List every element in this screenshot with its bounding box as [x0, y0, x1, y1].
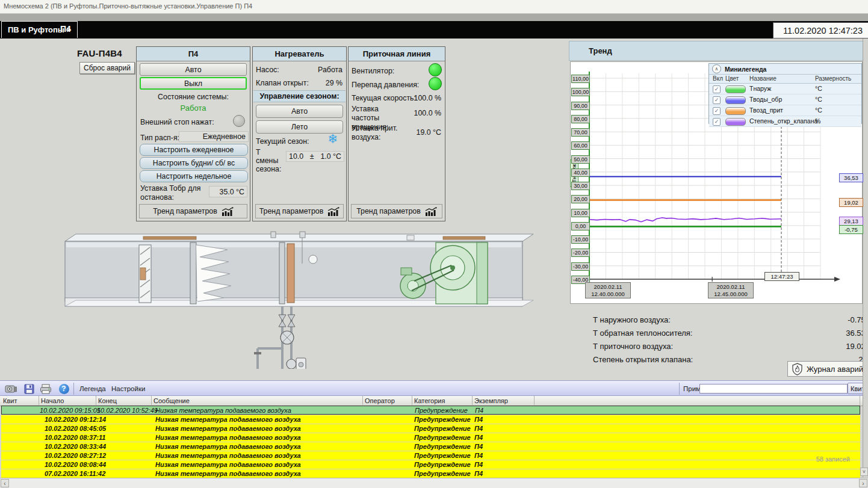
- current-value-box: 29,13: [839, 217, 863, 226]
- journal-row[interactable]: 10.02.2020 08:08:44Низкая температура по…: [1, 460, 860, 469]
- journal-column-header[interactable]: Сообщение: [152, 396, 363, 405]
- season-setpoint-delta: 1.0 °C: [320, 152, 341, 161]
- journal-rows: 10.02.2020 09:15:0510.02.2020 10:52:49Ни…: [0, 406, 868, 478]
- journal-cell: Низкая температура подаваемого воздуха: [155, 434, 301, 441]
- pressure-drop-indicator: [429, 77, 442, 90]
- scroll-down-button[interactable]: ˅: [860, 468, 868, 476]
- journal-header-row: КвитНачалоКонецСообщениеОператорКатегори…: [0, 396, 868, 406]
- y-tick-label: -20,00: [571, 249, 590, 257]
- journal-cell: Предупреждение: [414, 461, 471, 468]
- legend-checkbox[interactable]: ✓: [713, 85, 721, 93]
- journal-cell: Предупреждение: [414, 434, 471, 441]
- journal-column-header[interactable]: Начало: [39, 396, 96, 405]
- trend-section-header: Тренд: [569, 41, 868, 61]
- off-mode-button[interactable]: Выкл: [140, 77, 247, 90]
- reading-label: Т приточного воздуха:: [593, 342, 673, 351]
- legend-row: ✓Тнаруж°C: [709, 84, 861, 94]
- journal-cell: Предупреждение: [414, 416, 471, 423]
- print-icon[interactable]: [39, 383, 53, 395]
- journal-cell: Низкая температура подаваемого воздуха: [155, 425, 301, 432]
- legend-checkbox[interactable]: ✓: [713, 118, 721, 126]
- journal-cell: Предупреждение: [414, 425, 471, 432]
- schedule-type-label: Тип расп-я:: [140, 134, 179, 142]
- series-Степень_откр_клапана: [589, 218, 781, 222]
- journal-row[interactable]: 10.02.2020 09:15:0510.02.2020 10:52:49Ни…: [1, 406, 860, 415]
- journal-cell: П4: [474, 425, 483, 432]
- season-auto-button[interactable]: Авто: [256, 105, 343, 118]
- menu-legend[interactable]: Легенда: [79, 385, 106, 392]
- current-speed-value: 100.0 %: [414, 94, 441, 102]
- journal-cell: П4: [474, 416, 483, 423]
- journal-cell: П4: [474, 461, 483, 468]
- trend-chart[interactable]: Тнаруж ∧ Минилегенда ВклЦветНазваниеРазм…: [570, 61, 863, 304]
- journal-toolbar: ? Легенда Настройки Прим. Квитировать: [0, 380, 868, 396]
- alarm-journal-button[interactable]: Журнал аварий: [787, 361, 868, 377]
- journal-row[interactable]: 10.02.2020 09:12:14Низкая температура по…: [1, 415, 860, 424]
- journal-row[interactable]: 07.02.2020 16:11:42Низкая температура по…: [1, 469, 860, 478]
- journal-column-header[interactable]: Конец: [96, 396, 152, 405]
- season-setpoint-value: 10.0: [289, 152, 303, 161]
- auto-mode-button[interactable]: Авто: [140, 63, 247, 76]
- p4-trend-button[interactable]: Тренд параметров: [139, 204, 247, 218]
- journal-cell: 10.02.2020 08:08:44: [45, 461, 106, 468]
- season-setpoint-field[interactable]: 10.0 ± 1.0 °C: [286, 151, 344, 162]
- journal-column-header[interactable]: Экземпляр: [473, 396, 535, 405]
- journal-column-header[interactable]: Категория: [412, 396, 473, 405]
- trend-chart-icon: [222, 207, 234, 216]
- minilegend-title: Минилегенда: [725, 66, 766, 73]
- schedule-type-value[interactable]: Ежедневное: [179, 131, 249, 142]
- current-value-box: 19,02: [839, 198, 863, 207]
- configure-weekday-button[interactable]: Настроить будни/ сб/ вс: [140, 157, 248, 169]
- save-icon[interactable]: [22, 383, 36, 395]
- journal-cell: П4: [474, 434, 483, 441]
- legend-series-unit: %: [815, 117, 820, 125]
- legend-color-pill: [725, 96, 746, 104]
- journal-cell: Низкая температура подаваемого воздуха: [155, 416, 301, 423]
- minilegend-columns: ВклЦветНазваниеРазмерность: [709, 75, 861, 84]
- y-tick-label: 80,00: [571, 115, 590, 123]
- journal-row[interactable]: 10.02.2020 08:33:44Низкая температура по…: [1, 442, 860, 451]
- configure-weekly-button[interactable]: Настроить недельное: [140, 170, 248, 182]
- unit-title: FAU-П4В4: [77, 48, 122, 58]
- tobr-setpoint-value[interactable]: 35.0 °C: [209, 186, 247, 197]
- journal-row[interactable]: 10.02.2020 08:27:12Низкая температура по…: [1, 451, 860, 460]
- journal-column-header[interactable]: Оператор: [363, 396, 412, 405]
- supply-air-setpoint-value: 19.0 °C: [417, 128, 441, 137]
- note-input[interactable]: [699, 384, 848, 394]
- journal-cell: 10.02.2020 08:37:11: [45, 434, 105, 441]
- snowflake-icon: ❄: [327, 132, 338, 146]
- scroll-right-button[interactable]: ›: [859, 479, 867, 487]
- legend-checkbox[interactable]: ✓: [713, 96, 721, 104]
- vertical-scrollbar[interactable]: [863, 39, 868, 477]
- heater-trend-button[interactable]: Тренд параметров: [255, 204, 344, 218]
- journal-column-header[interactable]: Квит: [1, 396, 39, 405]
- system-state-value: Работа: [137, 103, 250, 113]
- collapse-legend-button[interactable]: ∧: [712, 64, 721, 73]
- help-icon[interactable]: ?: [57, 383, 71, 395]
- menu-settings[interactable]: Настройки: [111, 385, 145, 392]
- reset-alarms-button[interactable]: Сброс аварий: [79, 62, 135, 74]
- season-setpoint-label: Т смены сезона:: [256, 148, 285, 173]
- plus-minus-sign: ±: [310, 152, 314, 161]
- journal-row[interactable]: 10.02.2020 08:37:11Низкая температура по…: [1, 433, 860, 442]
- nav-bar: ПВ и Руфтопы > П4 11.02.2020 12:47:23: [0, 21, 868, 39]
- journal-cell: П4: [474, 443, 483, 450]
- journal-cell: 07.02.2020 16:11:42: [45, 470, 105, 477]
- supply-trend-button[interactable]: Тренд параметров: [351, 204, 442, 218]
- scroll-left-button[interactable]: ‹: [1, 479, 9, 487]
- configure-daily-button[interactable]: Настроить ежедневное: [140, 144, 248, 156]
- current-value-box: 36,53: [839, 173, 863, 182]
- y-tick-label: 40,00: [571, 168, 590, 177]
- horizontal-scrollbar[interactable]: ‹ ›: [0, 478, 868, 488]
- acknowledge-icon[interactable]: [4, 383, 18, 395]
- legend-checkbox[interactable]: ✓: [713, 107, 721, 115]
- toolbar-separator: [679, 383, 680, 395]
- journal-column-header[interactable]: [535, 396, 860, 405]
- current-page-label: П4: [60, 24, 71, 34]
- trend-chart-icon: [327, 207, 339, 216]
- journal-row[interactable]: 10.02.2020 08:45:05Низкая температура по…: [1, 424, 860, 433]
- reading-label: Т обратная теплоносителя:: [593, 329, 692, 338]
- external-stop-indicator: [233, 115, 245, 127]
- reading-value: 36.53 °C: [816, 329, 868, 338]
- reading-value: -0.75 °C: [816, 315, 868, 324]
